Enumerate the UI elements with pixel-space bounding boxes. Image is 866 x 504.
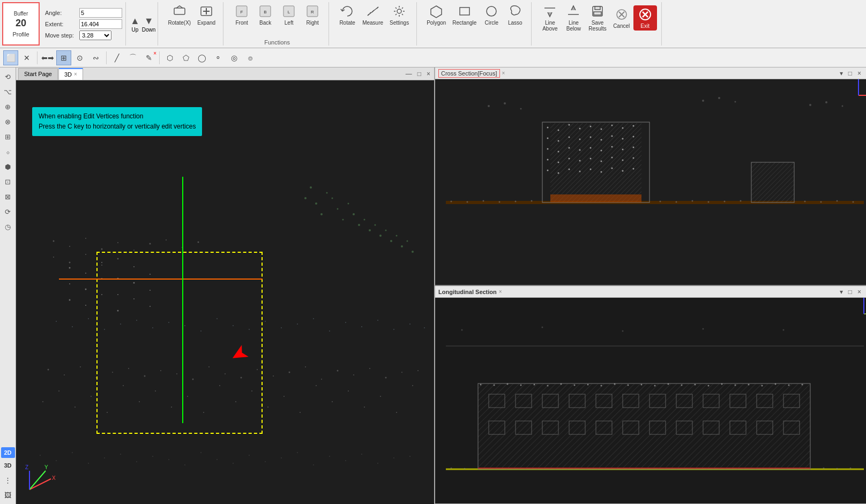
- sidebar-btn-8[interactable]: ⊡: [1, 175, 15, 189]
- longitudinal-section-close[interactable]: ×: [499, 289, 502, 295]
- panel-restore-btn[interactable]: □: [416, 70, 423, 78]
- svg-point-118: [136, 320, 137, 321]
- front-button[interactable]: F Front: [230, 2, 253, 27]
- start-page-tab[interactable]: Start Page: [18, 68, 58, 80]
- cancel-button[interactable]: Cancel: [610, 5, 633, 31]
- svg-point-203: [547, 148, 549, 150]
- circle-sec-button[interactable]: ◯: [195, 50, 210, 65]
- rectangle-button[interactable]: Rectangle: [449, 2, 480, 27]
- exit-button[interactable]: Exit: [633, 5, 657, 31]
- svg-point-158: [136, 461, 137, 462]
- line-above-button[interactable]: LineAbove: [538, 2, 562, 33]
- svg-point-147: [53, 257, 54, 258]
- node-tool-button[interactable]: ⊙: [72, 50, 87, 65]
- sidebar-btn-4[interactable]: ⊗: [1, 115, 15, 129]
- ellipse-sec-button[interactable]: ◎: [227, 50, 242, 65]
- svg-point-326: [622, 330, 624, 332]
- sidebar-btn-3[interactable]: ⊕: [1, 100, 15, 114]
- svg-point-36: [203, 412, 204, 413]
- circle-button[interactable]: Circle: [480, 2, 503, 27]
- measure-button[interactable]: Measure: [359, 2, 386, 27]
- link-tool-button[interactable]: ∾: [88, 50, 103, 65]
- cs-restore-btn[interactable]: □: [847, 70, 854, 77]
- polygon-sec-button[interactable]: ⬡: [162, 50, 177, 65]
- 3d-tab-close[interactable]: ×: [74, 71, 77, 77]
- expand-button[interactable]: Expand: [194, 2, 219, 27]
- svg-point-82: [101, 278, 102, 279]
- svg-point-165: [249, 455, 250, 456]
- longitudinal-section-header: Longitudinal Section × ▾ □ ×: [435, 286, 866, 298]
- back-button[interactable]: B Back: [253, 2, 277, 27]
- sidebar-btn-11[interactable]: ◷: [1, 220, 15, 234]
- svg-point-168: [297, 452, 298, 453]
- svg-point-125: [249, 329, 250, 330]
- svg-point-251: [488, 105, 490, 107]
- sidebar-btn-1[interactable]: ⟲: [1, 70, 15, 84]
- vertex-edit-button[interactable]: ⊞: [56, 50, 71, 65]
- svg-point-142: [133, 250, 135, 251]
- curve-tool-button[interactable]: ⌒: [125, 50, 140, 65]
- sidebar-btn-5[interactable]: ⊞: [1, 130, 15, 144]
- svg-point-53: [96, 377, 98, 379]
- panel-minimize-btn[interactable]: —: [404, 70, 414, 78]
- mode-2d-button[interactable]: 2D: [1, 447, 15, 458]
- dashed-sec-button[interactable]: ⌾: [243, 50, 258, 65]
- sidebar-btn-2[interactable]: ⌥: [1, 85, 15, 99]
- svg-point-259: [842, 106, 843, 107]
- svg-point-26: [42, 401, 43, 402]
- rotate-x-button[interactable]: Rotate(X): [165, 2, 194, 27]
- rotate-button[interactable]: Rotate: [335, 2, 359, 27]
- panel-close-btn[interactable]: ×: [425, 70, 432, 78]
- lasso-button[interactable]: Lasso: [503, 2, 527, 27]
- polygon2-sec-button[interactable]: ⬠: [178, 50, 193, 65]
- ls-close-btn[interactable]: ×: [856, 288, 863, 296]
- svg-point-137: [53, 240, 55, 242]
- svg-point-90: [133, 298, 135, 299]
- down-button[interactable]: ▼ Down: [142, 16, 156, 33]
- svg-rect-234: [751, 162, 794, 202]
- lasso-label: Lasso: [508, 20, 522, 26]
- dot-sec-button[interactable]: ⚬: [211, 50, 226, 65]
- move-step-select[interactable]: 3.28 1.00 2.00 5.00: [79, 31, 111, 40]
- svg-rect-292: [478, 383, 810, 469]
- left-button[interactable]: L Left: [277, 2, 301, 27]
- sidebar-image-button[interactable]: 🖼: [1, 488, 15, 502]
- sidebar-btn-6[interactable]: ⬦: [1, 145, 15, 159]
- sidebar-btn-10[interactable]: ⟳: [1, 205, 15, 219]
- sidebar-btn-9[interactable]: ⊠: [1, 190, 15, 204]
- svg-rect-17: [595, 6, 600, 10]
- cs-close-btn[interactable]: ×: [856, 70, 863, 77]
- svg-point-93: [326, 192, 328, 194]
- pan-tool-button[interactable]: ⬅➡: [40, 50, 55, 65]
- right-button[interactable]: R Right: [301, 2, 324, 27]
- svg-point-88: [101, 294, 102, 295]
- extent-input[interactable]: [79, 19, 122, 29]
- eraser-tool-button[interactable]: × ✎: [141, 50, 156, 65]
- svg-point-124: [233, 325, 234, 326]
- save-results-button[interactable]: SaveResults: [585, 2, 609, 33]
- ls-restore-btn[interactable]: □: [847, 288, 854, 296]
- line-tool-button[interactable]: ╱: [109, 50, 124, 65]
- sidebar-dots-button[interactable]: ⋮: [1, 473, 15, 487]
- left-3d-viewport[interactable]: When enabling Edit Vertices function Pre…: [16, 80, 434, 504]
- select-tool-button[interactable]: ⬜: [3, 50, 18, 65]
- angle-input[interactable]: [79, 8, 122, 18]
- cross-tool-button[interactable]: ✕: [19, 50, 34, 65]
- settings-button[interactable]: Settings: [386, 2, 412, 27]
- ls-minimize-btn[interactable]: ▾: [838, 288, 845, 296]
- svg-point-31: [123, 385, 124, 386]
- cross-section-close[interactable]: ×: [502, 70, 505, 76]
- 3d-tab[interactable]: 3D ×: [58, 68, 83, 80]
- svg-point-63: [257, 369, 258, 370]
- sidebar-btn-7[interactable]: ⬢: [1, 160, 15, 174]
- mode-3d-button[interactable]: 3D: [4, 462, 11, 469]
- cross-section-viewport[interactable]: X Z: [435, 79, 866, 285]
- cs-minimize-btn[interactable]: ▾: [838, 70, 845, 77]
- polygon-button[interactable]: Polygon: [423, 2, 449, 27]
- longitudinal-section-viewport[interactable]: Y Z: [435, 298, 866, 503]
- svg-point-70: [369, 368, 370, 369]
- svg-point-156: [104, 457, 105, 458]
- svg-point-50: [48, 369, 49, 371]
- up-button[interactable]: ▲ Up: [130, 16, 140, 33]
- line-below-button[interactable]: LineBelow: [562, 2, 585, 33]
